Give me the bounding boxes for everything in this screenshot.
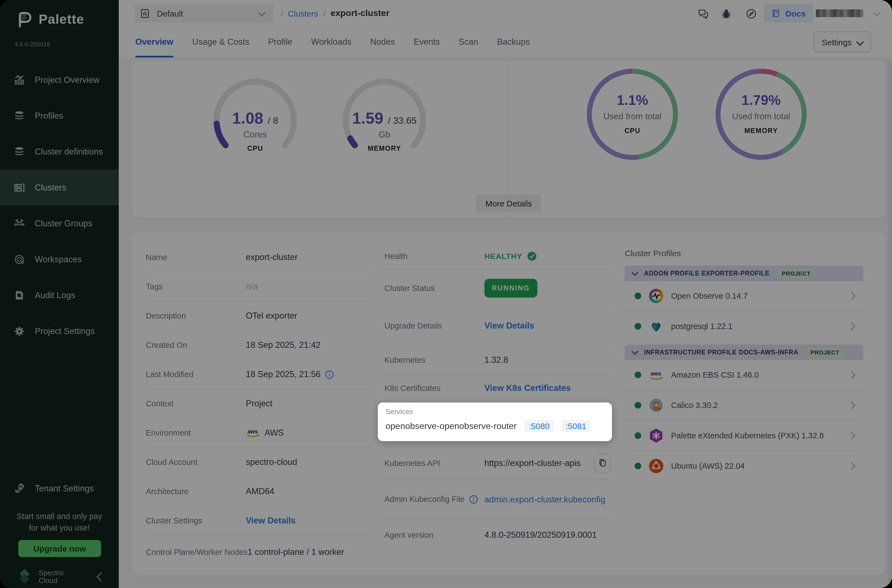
service-port-link-5080[interactable]: :5080 bbox=[525, 420, 553, 432]
service-name: openobserve-openobserve-router bbox=[386, 421, 517, 431]
dim-overlay bbox=[0, 0, 892, 588]
palette-app-window: Palette 4.8.0-250916 Project Overview bbox=[0, 0, 892, 588]
service-port-link-5081[interactable]: :5081 bbox=[562, 420, 590, 432]
services-spotlight: Services openobserve-openobserve-router … bbox=[378, 402, 612, 441]
services-label: Services bbox=[386, 408, 413, 416]
